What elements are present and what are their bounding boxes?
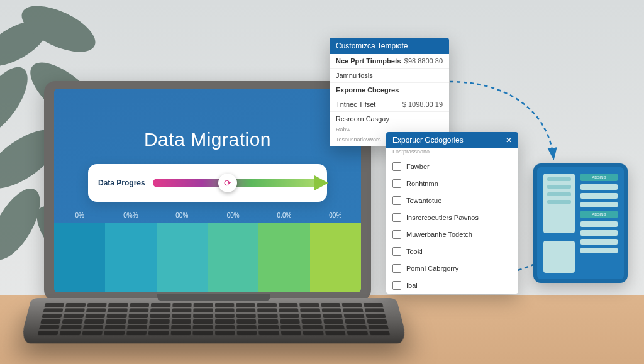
category-icon	[392, 230, 401, 239]
category-icon	[392, 264, 401, 273]
category-label: Ibal	[406, 282, 418, 289]
chart-bar-label: 00%	[208, 212, 258, 219]
category-icon	[392, 162, 401, 171]
list-item[interactable]: Tntnec Tlfset$ 1098.00 19	[330, 97, 449, 112]
close-icon[interactable]: ✕	[506, 136, 512, 145]
category-icon	[392, 281, 401, 290]
category-icon	[392, 196, 401, 205]
list-item[interactable]: Nce Pprt Tinmpbets$98 8800 80	[330, 54, 449, 69]
tablet-header-2: ADSINS	[580, 211, 618, 218]
chart-bar	[157, 223, 208, 292]
list-item[interactable]: Exporme Cbcegres	[330, 83, 449, 97]
panel-b-title: Exporucr Gcdogories	[392, 136, 464, 145]
laptop-hinge	[157, 294, 270, 301]
tablet-card-bottom	[543, 241, 575, 273]
chart-bar	[310, 223, 361, 292]
list-item[interactable]: Rcsroorn Casgay	[330, 112, 449, 126]
category-label: Insrercoeutlers Pawnos	[406, 214, 479, 221]
chart-column: 00%	[208, 223, 258, 292]
category-label: Tooki	[406, 248, 423, 255]
item-value: $ 1098.00 19	[402, 101, 443, 108]
list-item[interactable]: Jamnu fosls	[330, 69, 449, 83]
category-item[interactable]: Tooki	[386, 243, 518, 260]
category-icon	[392, 213, 401, 222]
laptop-base	[19, 298, 408, 343]
chart-bar-label: 00%	[157, 212, 208, 219]
category-item[interactable]: Fawber	[386, 158, 518, 175]
chart-column: 0.0%	[258, 223, 309, 292]
chart-bar-label: 0%%	[105, 212, 156, 219]
item-label: Jamnu fosls	[336, 72, 373, 79]
chart-bar-label: 0.0%	[258, 212, 309, 219]
chart-bar	[54, 223, 105, 292]
category-label: Pomni Cabrgorry	[406, 265, 458, 272]
category-item[interactable]: Insrercoeutlers Pawnos	[386, 209, 518, 226]
category-item[interactable]: Ronhtnmn	[386, 175, 518, 192]
tablet-header: ADSINS	[580, 174, 618, 181]
category-item[interactable]: Tewantotue	[386, 192, 518, 209]
item-value: $98 8800 80	[404, 57, 443, 65]
tablet-card-right: ADSINS ADSINS	[580, 174, 618, 273]
item-label: Tntnec Tlfset	[336, 101, 375, 108]
category-label: Tewantotue	[406, 197, 441, 204]
migration-bar-chart: 0%0%%00%00%0.0%00%	[54, 211, 361, 292]
item-label: Exporme Cbcegres	[336, 86, 399, 94]
customize-template-panel: Customizca Tempiote Nce Pprt Tinmpbets$9…	[330, 38, 449, 146]
tablet-card-left	[543, 174, 575, 233]
category-icon	[392, 247, 401, 256]
chart-column: 0%%	[105, 223, 156, 292]
progress-bar[interactable]: ⟳	[153, 176, 317, 190]
category-item[interactable]: Pomni Cabrgorry	[386, 260, 518, 277]
category-item[interactable]: Muwerbanhe Todetch	[386, 226, 518, 243]
chart-column: 00%	[157, 223, 208, 292]
chart-bar	[208, 223, 258, 292]
item-label: Rcsroorn Casgay	[336, 115, 389, 123]
export-categories-panel: Exporucr Gcdogories ✕ I ostprassnono Faw…	[386, 132, 518, 294]
laptop-lid: i Data Migration Data Progres ⟳ 0%0%%00%…	[44, 81, 371, 301]
tablet-device: ADSINS ADSINS	[533, 163, 628, 283]
panel-a-title: Customizca Tempiote	[336, 41, 408, 50]
progress-knob[interactable]: ⟳	[218, 174, 237, 192]
category-icon	[392, 179, 401, 188]
progress-label: Data Progres	[98, 179, 145, 187]
category-label: Muwerbanhe Todetch	[406, 231, 472, 238]
chart-bar	[258, 223, 309, 292]
category-label: Ronhtnmn	[406, 180, 438, 187]
item-label: Nce Pprt Tinmpbets	[336, 57, 401, 65]
chart-bar	[105, 223, 156, 292]
progress-card: Data Progres ⟳	[88, 164, 327, 202]
category-item[interactable]: Ibal	[386, 277, 518, 294]
chart-column: 0%	[54, 223, 105, 292]
chart-column: 00%	[310, 223, 361, 292]
page-title: Data Migration	[54, 129, 361, 150]
laptop-screen: i Data Migration Data Progres ⟳ 0%0%%00%…	[54, 89, 361, 292]
category-label: Fawber	[406, 163, 430, 170]
chart-bar-label: 00%	[310, 212, 361, 219]
panel-b-sub: I ostprassnono	[386, 148, 518, 158]
chart-bar-label: 0%	[54, 212, 105, 219]
